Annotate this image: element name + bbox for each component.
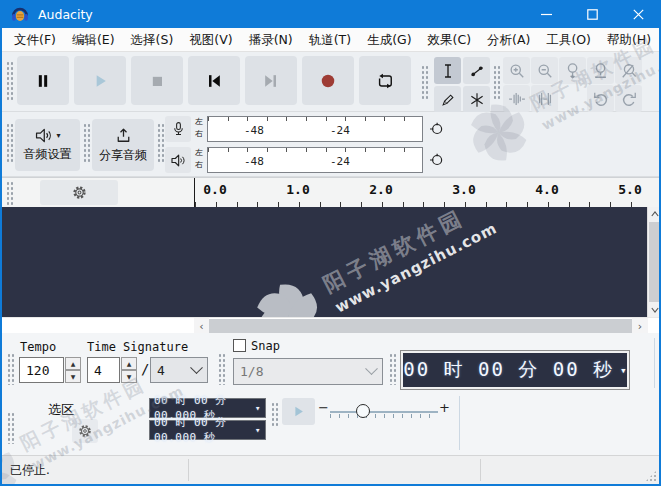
snap-mode-dropdown[interactable]: 1/8	[233, 358, 383, 385]
edit-toolbar-grip[interactable]	[493, 65, 500, 101]
scroll-up-icon[interactable]	[651, 211, 659, 217]
stop-button[interactable]	[131, 56, 183, 105]
snap-toolbar-grip[interactable]	[218, 353, 225, 385]
minimize-button[interactable]	[523, 0, 569, 28]
share-audio-button[interactable]: 分享音频	[92, 119, 154, 171]
meter-toolbar-grip[interactable]	[157, 123, 164, 163]
vertical-scrollbar-thumb[interactable]	[649, 222, 661, 302]
status-text: 已停止.	[10, 462, 50, 479]
draw-tool-button[interactable]	[434, 86, 461, 113]
menu-item-tracks[interactable]: 轨道(T)	[301, 28, 359, 51]
time-format-dropdown-icon[interactable]: ▾	[620, 364, 627, 377]
tools-toolbar-grip[interactable]	[421, 65, 428, 101]
tempo-spinner[interactable]: ▲ ▼	[65, 357, 81, 383]
zoom-to-selection-button[interactable]	[559, 57, 586, 84]
audio-setup-grip[interactable]	[6, 123, 13, 163]
tempo-input[interactable]: 120	[19, 357, 64, 383]
ts-spin-up-icon[interactable]: ▲	[121, 357, 137, 370]
zoom-in-button[interactable]	[503, 57, 530, 84]
microphone-icon	[171, 121, 186, 138]
menu-item-analyze[interactable]: 分析(A)	[479, 28, 538, 51]
timeline-ruler[interactable]: 0.0 1.0 2.0 3.0 4.0 5.0	[2, 177, 659, 207]
edit-toolbar	[503, 57, 642, 112]
share-audio-label: 分享音频	[99, 147, 147, 164]
timeline-grip[interactable]	[6, 181, 13, 205]
selection-end-dropdown-icon[interactable]: ▾	[255, 425, 261, 435]
fit-project-button[interactable]	[587, 57, 614, 84]
scroll-left-button[interactable]: ‹	[194, 318, 209, 334]
recording-meter[interactable]: 左 右 -48 -24	[165, 115, 445, 144]
tempo-spin-down-icon[interactable]: ▼	[65, 370, 81, 383]
title-bar[interactable]: Audacity	[0, 0, 661, 28]
time-signature-spinner[interactable]: ▲ ▼	[121, 357, 137, 383]
undo-button[interactable]	[587, 85, 614, 112]
envelope-tool-button[interactable]	[463, 57, 490, 84]
selection-end-field[interactable]: 00 时 00 分 00.000 秒 ▾	[149, 420, 266, 440]
playback-meter-bar[interactable]: -48 -24	[207, 147, 423, 173]
window-resize-grip[interactable]	[645, 470, 657, 482]
play-at-speed-grip[interactable]	[271, 402, 278, 426]
minimize-icon	[541, 9, 552, 20]
selection-start-dropdown-icon[interactable]: ▾	[255, 403, 261, 413]
menu-item-file[interactable]: 文件(F)	[6, 28, 64, 51]
close-button[interactable]	[615, 0, 661, 28]
selection-tool-button[interactable]	[434, 57, 461, 84]
playback-speed-slider[interactable]: − +	[318, 398, 450, 425]
slider-track[interactable]	[330, 411, 438, 413]
time-signature-lower-dropdown[interactable]: 4	[150, 357, 208, 383]
snap-label: Snap	[251, 339, 280, 353]
loop-icon	[375, 71, 395, 91]
menu-item-generate[interactable]: 生成(G)	[359, 28, 419, 51]
time-signature-upper-input[interactable]: 4	[87, 357, 120, 383]
time-signature-toolbar-grip[interactable]	[7, 353, 14, 385]
tempo-spin-up-icon[interactable]: ▲	[65, 357, 81, 370]
track-area[interactable]: 阳子湖软件园 www.yangzihu.com	[2, 207, 647, 317]
maximize-button[interactable]	[569, 0, 615, 28]
slider-thumb[interactable]	[356, 404, 370, 418]
menu-item-effect[interactable]: 效果(C)	[420, 28, 479, 51]
menu-item-help[interactable]: 帮助(H)	[599, 28, 659, 51]
multi-tool-button[interactable]	[463, 86, 490, 113]
transport-toolbar-grip[interactable]	[6, 61, 13, 101]
scroll-right-button[interactable]: ›	[632, 318, 648, 334]
redo-button[interactable]	[615, 85, 642, 112]
menu-item-transport[interactable]: 播录(N)	[241, 28, 301, 51]
audio-position-display[interactable]: 00 时 00 分 00 秒 ▾	[400, 350, 630, 390]
selection-options-button[interactable]	[72, 419, 98, 443]
play-at-speed-button[interactable]	[282, 398, 315, 425]
play-button[interactable]	[74, 56, 126, 105]
ruler-label-1: 1.0	[278, 182, 318, 197]
vertical-scrollbar[interactable]	[647, 207, 661, 317]
menu-item-view[interactable]: 视图(V)	[181, 28, 240, 51]
record-button[interactable]	[302, 56, 354, 105]
audio-setup-button[interactable]: ▾ 音频设置	[15, 119, 80, 171]
horizontal-scrollbar[interactable]: ‹ ›	[2, 317, 659, 333]
microphone-button[interactable]	[165, 116, 191, 142]
share-audio-grip[interactable]	[83, 123, 90, 163]
playback-meter[interactable]: 左 右 -48 -24	[165, 146, 445, 175]
trim-audio-button[interactable]	[503, 85, 530, 112]
recording-meter-bar[interactable]: -48 -24	[207, 116, 423, 142]
horizontal-scrollbar-thumb[interactable]	[209, 319, 632, 333]
timeline-options-button[interactable]	[40, 180, 118, 205]
menu-item-select[interactable]: 选择(S)	[123, 28, 182, 51]
zoom-toggle-button[interactable]	[615, 57, 642, 84]
menu-item-edit[interactable]: 编辑(E)	[64, 28, 123, 51]
selection-toolbar-grip[interactable]	[7, 412, 14, 444]
loop-button[interactable]	[359, 56, 411, 105]
stop-icon	[147, 71, 167, 91]
menu-item-tools[interactable]: 工具(O)	[538, 28, 599, 51]
silence-audio-button[interactable]	[531, 85, 558, 112]
meter-right-label: 右	[195, 159, 203, 171]
tools-toolbar	[434, 57, 490, 113]
pause-button[interactable]	[17, 56, 69, 105]
playback-speaker-button[interactable]	[165, 147, 191, 173]
skip-to-end-button[interactable]	[245, 56, 297, 105]
scroll-down-icon[interactable]	[651, 307, 659, 313]
skip-to-start-button[interactable]	[188, 56, 240, 105]
audacity-logo-icon	[10, 4, 30, 24]
snap-checkbox[interactable]	[233, 339, 246, 352]
zoom-out-button[interactable]	[531, 57, 558, 84]
ts-spin-down-icon[interactable]: ▼	[121, 370, 137, 383]
time-toolbar-grip[interactable]	[389, 353, 396, 385]
